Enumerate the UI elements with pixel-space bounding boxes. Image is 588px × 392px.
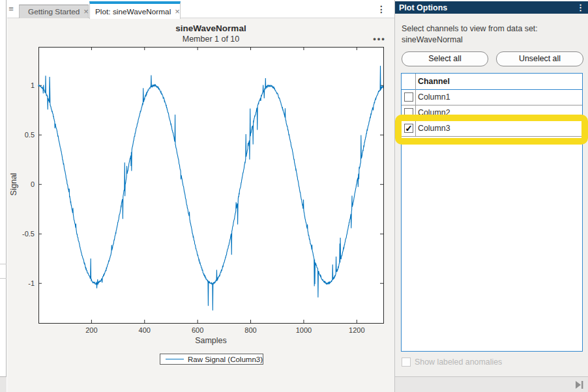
data-cleaner-app: ≡ Getting Started × Plot: sineWaveNormal… (0, 0, 588, 392)
plot-options-panel: Plot Options ⋮ Select channels to view f… (395, 0, 588, 392)
svg-text:1000: 1000 (296, 326, 312, 334)
show-labeled-anomalies-checkbox (402, 357, 411, 367)
svg-text:0: 0 (31, 180, 35, 188)
select-all-button[interactable]: Select all (402, 51, 488, 66)
strip-separator (0, 278, 7, 279)
unselect-all-button[interactable]: Unselect all (496, 51, 583, 66)
strip-scroll-corner (0, 376, 7, 392)
panel-bottom-bar (395, 376, 588, 392)
panel-menu-icon[interactable]: ⋮ (576, 2, 584, 13)
tab-plot-sinewavenormal[interactable]: Plot: sineWaveNormal × (89, 1, 181, 19)
tab-overflow-menu-icon[interactable]: ⋮ (377, 4, 386, 16)
svg-text:1200: 1200 (349, 326, 364, 334)
document-tab-bar: ≡ Getting Started × Plot: sineWaveNormal… (7, 0, 394, 18)
svg-text:200: 200 (85, 326, 97, 334)
svg-text:600: 600 (192, 326, 203, 334)
svg-text:400: 400 (139, 326, 151, 334)
legend-label: Raw Signal (Column3) (188, 356, 263, 363)
channel-checkbox[interactable] (404, 92, 413, 102)
collapsed-left-panel[interactable] (0, 0, 7, 392)
svg-text:1: 1 (31, 81, 35, 89)
document-list-icon[interactable]: ≡ (8, 4, 14, 14)
table-row[interactable]: Column2 (402, 105, 582, 121)
close-icon[interactable]: × (83, 6, 89, 18)
tab-label: Getting Started (20, 7, 80, 16)
channel-label: Column2 (418, 108, 450, 117)
tab-label: Plot: sineWaveNormal (90, 7, 171, 16)
svg-text:800: 800 (244, 326, 256, 334)
signal-plot[interactable]: 20040060080010001200-1-0.500.51 (7, 19, 394, 392)
svg-text:-1: -1 (28, 279, 35, 287)
table-row[interactable]: Column1 (402, 90, 582, 105)
panel-title: Plot Options (399, 3, 447, 13)
channel-column-header: Channel (418, 77, 450, 86)
table-header: Channel (402, 74, 582, 90)
channel-label: Column1 (418, 92, 450, 102)
dataset-name: sineWaveNormal (402, 35, 463, 44)
channel-checkbox[interactable] (404, 108, 413, 117)
legend-line-sample (166, 359, 184, 359)
strip-separator (0, 264, 7, 264)
collapse-panel-icon[interactable] (574, 380, 585, 389)
panel-header: Plot Options ⋮ (395, 1, 588, 14)
close-icon[interactable]: × (175, 6, 180, 18)
channel-label: Column3 (418, 124, 450, 133)
show-labeled-anomalies-label: Show labeled anomalies (415, 357, 502, 367)
tab-getting-started[interactable]: Getting Started × (19, 5, 89, 18)
table-row[interactable]: ✓Column3 (402, 121, 582, 137)
svg-text:-0.5: -0.5 (22, 230, 35, 238)
svg-text:0.5: 0.5 (25, 131, 35, 139)
instruction-text: Select channels to view from data set: (402, 24, 538, 33)
channel-checkbox[interactable]: ✓ (404, 124, 413, 133)
plot-legend[interactable]: Raw Signal (Column3) (160, 354, 263, 365)
channel-table: Channel Column1Column2✓Column3 (401, 73, 583, 352)
